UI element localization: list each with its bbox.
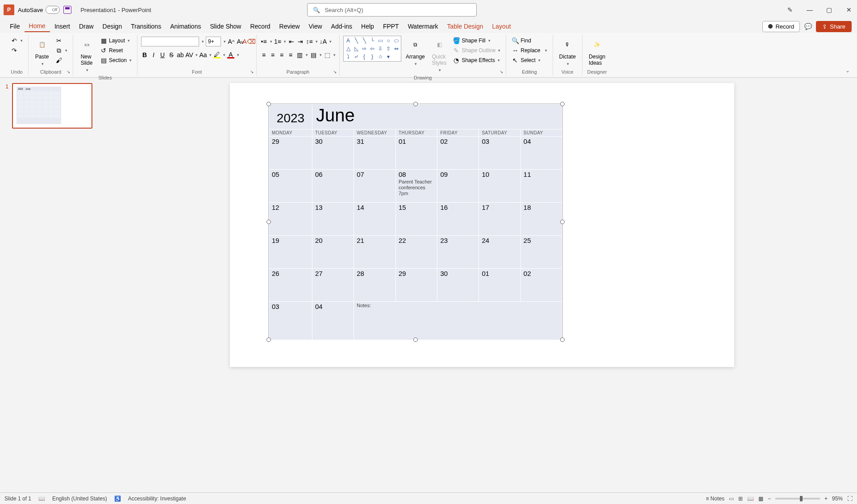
calendar-day-cell[interactable]: 20 — [312, 236, 354, 269]
maximize-icon[interactable]: ▢ — [825, 5, 834, 14]
tab-help[interactable]: Help — [357, 21, 379, 32]
dow-cell[interactable]: FRIDAY — [437, 129, 479, 137]
calendar-day-cell[interactable]: 09 — [437, 170, 479, 203]
view-sorter-icon[interactable]: ⊞ — [738, 496, 743, 502]
clear-formatting-icon[interactable]: A⌫ — [245, 38, 253, 45]
shape-arrowu-icon[interactable]: ⇧ — [385, 45, 392, 52]
dow-cell[interactable]: MONDAY — [269, 129, 312, 137]
calendar-day-cell[interactable]: 18 — [520, 203, 562, 236]
calendar-day-cell[interactable]: 29 — [269, 137, 312, 170]
select-button[interactable]: ↖Select▾ — [510, 55, 549, 65]
justify-button[interactable]: ≡ — [287, 51, 294, 58]
toggle-switch[interactable]: Off — [46, 6, 60, 14]
font-dropdown-icon[interactable]: ▾ — [202, 39, 204, 44]
view-slideshow-icon[interactable]: ▦ — [758, 496, 763, 502]
tab-review[interactable]: Review — [275, 21, 304, 32]
calendar-day-cell[interactable]: 30 — [312, 137, 354, 170]
calendar-day-cell[interactable]: 10 — [479, 170, 520, 203]
increase-font-icon[interactable]: A^ — [228, 38, 235, 45]
calendar-day-cell[interactable]: 11 — [520, 170, 562, 203]
clipboard-dialog-launcher[interactable]: ↘ — [67, 69, 72, 75]
calendar-day-cell[interactable]: 04 — [312, 302, 354, 340]
collapse-ribbon-icon[interactable]: ⌄ — [845, 67, 850, 74]
bold-button[interactable]: B — [141, 51, 148, 58]
format-painter-button[interactable]: 🖌 — [54, 55, 69, 65]
record-button[interactable]: Record — [762, 21, 800, 32]
line-spacing-button[interactable]: ↕≡ — [306, 38, 313, 45]
tab-fppt[interactable]: FPPT — [379, 21, 404, 32]
calendar-day-cell[interactable]: 02 — [437, 137, 479, 170]
calendar-day-cell[interactable]: 24 — [479, 236, 520, 269]
calendar-day-cell[interactable]: 16 — [437, 203, 479, 236]
tab-slideshow[interactable]: Slide Show — [205, 21, 245, 32]
calendar-day-cell[interactable]: 08Parent Teacher conferences 7pm — [395, 170, 437, 203]
calendar-day-cell[interactable]: 30 — [437, 269, 479, 302]
calendar-day-cell[interactable]: 02 — [520, 269, 562, 302]
zoom-value[interactable]: 95% — [832, 496, 843, 502]
selection-handle[interactable] — [560, 337, 565, 342]
selection-handle[interactable] — [560, 102, 565, 106]
cut-button[interactable]: ✂ — [54, 36, 69, 46]
tab-insert[interactable]: Insert — [50, 21, 75, 32]
calendar-day-cell[interactable]: 07 — [354, 170, 396, 203]
paste-button[interactable]: 📋 Paste ▾ — [32, 36, 52, 68]
shape-arrowlr-icon[interactable]: ⇔ — [393, 45, 400, 52]
strikethrough-button[interactable]: S — [168, 51, 175, 58]
shape-brace1-icon[interactable]: { — [361, 53, 368, 60]
calendar-notes-cell[interactable]: Notes: — [354, 302, 562, 340]
undo-button[interactable]: ↶▾ — [9, 36, 25, 46]
calendar-day-cell[interactable]: 26 — [269, 269, 312, 302]
status-notes-button[interactable]: ≡ Notes — [706, 496, 724, 502]
selection-handle[interactable] — [266, 102, 271, 106]
view-normal-icon[interactable]: ▭ — [729, 496, 734, 502]
calendar-day-cell[interactable]: 28 — [354, 269, 396, 302]
align-center-button[interactable]: ≡ — [269, 51, 276, 58]
replace-button[interactable]: ↔Replace▾ — [510, 46, 549, 55]
design-ideas-button[interactable]: ✨ Design Ideas — [586, 36, 608, 68]
status-language[interactable]: English (United States) — [52, 496, 107, 502]
section-button[interactable]: ▤Section▾ — [98, 55, 133, 65]
reset-button[interactable]: ↺Reset — [98, 46, 133, 55]
calendar-day-cell[interactable]: 27 — [312, 269, 354, 302]
slide-thumbnail-panel[interactable]: 1 2023June — [0, 78, 107, 492]
calendar-day-cell[interactable]: 06 — [312, 170, 354, 203]
pen-icon[interactable]: ✎ — [786, 5, 795, 14]
new-slide-button[interactable]: ▭ New Slide ▾ — [77, 36, 96, 74]
calendar-day-cell[interactable]: 15 — [395, 203, 437, 236]
dow-cell[interactable]: SUNDAY — [520, 129, 562, 137]
font-color-button[interactable]: A — [227, 51, 234, 58]
shape-arrowr-icon[interactable]: ⇨ — [361, 45, 368, 52]
tab-addins[interactable]: Add-ins — [327, 21, 357, 32]
calendar-day-cell[interactable]: 03 — [479, 137, 520, 170]
zoom-out-button[interactable]: − — [768, 496, 771, 502]
zoom-thumb[interactable] — [800, 496, 803, 501]
char-spacing-button[interactable]: AV — [186, 51, 193, 58]
smartart-button[interactable]: ⬚ — [324, 51, 331, 58]
redo-button[interactable]: ↷ — [9, 46, 25, 55]
close-icon[interactable]: ✕ — [845, 5, 853, 14]
shape-curve2-icon[interactable]: ⤶ — [353, 53, 360, 60]
underline-button[interactable]: U — [159, 51, 166, 58]
calendar-day-cell[interactable]: 19 — [269, 236, 312, 269]
shape-line-icon[interactable]: ╲ — [353, 37, 360, 44]
fontsize-dropdown-icon[interactable]: ▾ — [224, 39, 226, 44]
calendar-day-cell[interactable]: 04 — [520, 137, 562, 170]
align-left-button[interactable]: ≡ — [260, 51, 267, 58]
selection-handle[interactable] — [266, 220, 271, 224]
shape-effects-button[interactable]: ◔Shape Effects▾ — [451, 55, 502, 65]
zoom-in-button[interactable]: + — [824, 496, 828, 502]
tab-tabledesign[interactable]: Table Design — [443, 21, 488, 32]
highlight-button[interactable]: 🖊 — [213, 51, 220, 58]
columns-button[interactable]: ▥ — [296, 51, 303, 58]
autosave-toggle[interactable]: AutoSave Off — [18, 6, 60, 14]
calendar-day-cell[interactable]: 14 — [354, 203, 396, 236]
dow-cell[interactable]: TUESDAY — [312, 129, 354, 137]
calendar-day-cell[interactable]: 01 — [395, 137, 437, 170]
bullets-button[interactable]: •≡ — [260, 38, 267, 45]
share-button[interactable]: ⇪ Share — [816, 21, 852, 32]
shape-line2-icon[interactable]: ╲ — [361, 37, 368, 44]
shape-rtriangle-icon[interactable]: ◺ — [353, 45, 360, 52]
calendar-day-cell[interactable]: 29 — [395, 269, 437, 302]
italic-button[interactable]: I — [150, 51, 157, 58]
tab-watermark[interactable]: Watermark — [404, 21, 443, 32]
